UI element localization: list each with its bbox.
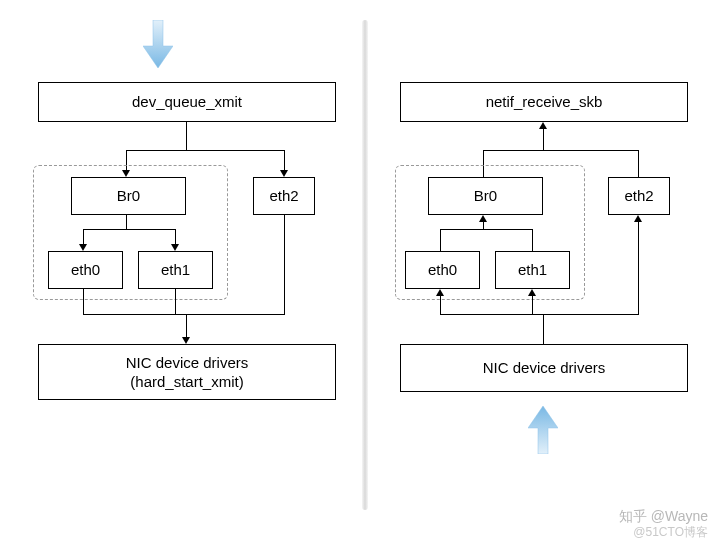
- connector: [83, 229, 84, 244]
- br0-box: Br0: [71, 177, 186, 215]
- nic-drivers-label: NIC device drivers (hard_start_xmit): [126, 353, 249, 392]
- eth0-box: eth0: [405, 251, 480, 289]
- tx-diagram: dev_queue_xmit Br0 eth0 eth1 eth2 NIC d: [38, 30, 338, 510]
- connector: [126, 150, 284, 151]
- connector: [543, 314, 544, 344]
- connector: [638, 222, 639, 314]
- connector: [284, 150, 285, 170]
- netif-receive-label: netif_receive_skb: [486, 92, 603, 112]
- connector: [126, 215, 127, 229]
- vertical-divider: [362, 20, 368, 510]
- arrowhead-up-icon: [539, 122, 547, 129]
- connector: [175, 289, 176, 314]
- connector: [83, 314, 176, 315]
- connector: [440, 229, 532, 230]
- dev-queue-xmit-label: dev_queue_xmit: [132, 92, 242, 112]
- connector: [186, 122, 187, 150]
- connector: [175, 229, 176, 244]
- arrowhead-down-icon: [182, 337, 190, 344]
- nic-drivers-box: NIC device drivers: [400, 344, 688, 392]
- br0-label: Br0: [474, 186, 497, 206]
- connector: [83, 229, 175, 230]
- connector: [284, 215, 285, 314]
- nic-drivers-label: NIC device drivers: [483, 358, 606, 378]
- watermark-line2: @51CTO博客: [619, 525, 708, 539]
- connector: [175, 314, 285, 315]
- connector: [440, 314, 639, 315]
- connector: [83, 289, 84, 314]
- connector: [186, 314, 187, 337]
- arrowhead-up-icon: [436, 289, 444, 296]
- connector: [532, 229, 533, 251]
- watermark-line1: 知乎 @Wayne: [619, 508, 708, 525]
- br0-label: Br0: [117, 186, 140, 206]
- eth1-label: eth1: [518, 260, 547, 280]
- eth0-label: eth0: [428, 260, 457, 280]
- svg-marker-0: [143, 20, 173, 68]
- svg-marker-1: [528, 406, 558, 454]
- connector: [440, 296, 441, 314]
- connector: [440, 229, 441, 251]
- arrowhead-down-icon: [280, 170, 288, 177]
- eth0-label: eth0: [71, 260, 100, 280]
- eth2-box: eth2: [608, 177, 670, 215]
- eth0-box: eth0: [48, 251, 123, 289]
- eth1-label: eth1: [161, 260, 190, 280]
- connector: [532, 296, 533, 314]
- arrowhead-up-icon: [479, 215, 487, 222]
- rx-diagram: netif_receive_skb Br0 eth0 eth1 eth2 NIC…: [400, 30, 690, 510]
- up-arrow-icon: [528, 406, 558, 454]
- connector: [638, 150, 639, 177]
- eth2-box: eth2: [253, 177, 315, 215]
- eth1-box: eth1: [495, 251, 570, 289]
- eth2-label: eth2: [624, 186, 653, 206]
- eth1-box: eth1: [138, 251, 213, 289]
- dev-queue-xmit-box: dev_queue_xmit: [38, 82, 336, 122]
- arrowhead-down-icon: [79, 244, 87, 251]
- down-arrow-icon: [143, 20, 173, 68]
- connector: [483, 150, 638, 151]
- netif-receive-box: netif_receive_skb: [400, 82, 688, 122]
- arrowhead-up-icon: [634, 215, 642, 222]
- connector: [543, 129, 544, 150]
- br0-box: Br0: [428, 177, 543, 215]
- arrowhead-up-icon: [528, 289, 536, 296]
- nic-drivers-box: NIC device drivers (hard_start_xmit): [38, 344, 336, 400]
- arrowhead-down-icon: [171, 244, 179, 251]
- eth2-label: eth2: [269, 186, 298, 206]
- connector: [483, 222, 484, 229]
- watermark: 知乎 @Wayne @51CTO博客: [619, 508, 708, 539]
